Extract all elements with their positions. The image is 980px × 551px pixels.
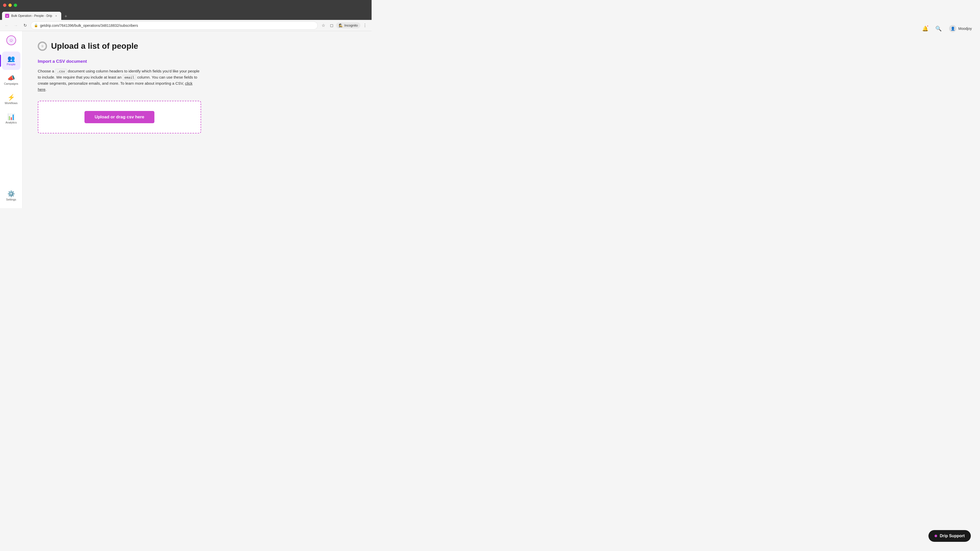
window-close-button[interactable] xyxy=(3,3,6,7)
forward-button[interactable]: → xyxy=(12,22,19,29)
drip-logo: ☺ xyxy=(5,34,18,46)
page-header: ① Upload a list of people xyxy=(38,41,356,51)
workflows-icon: ⚡ xyxy=(7,94,15,100)
svg-text:①: ① xyxy=(41,44,44,48)
new-tab-button[interactable]: + xyxy=(62,13,69,20)
sidebar-item-wrapper-campaigns: 📣 Campaigns xyxy=(0,71,22,89)
tab-close-button[interactable]: × xyxy=(54,14,58,18)
sidebar-item-workflows-label: Workflows xyxy=(5,102,18,105)
desc-before-csv: Choose a xyxy=(38,69,55,73)
campaigns-icon: 📣 xyxy=(7,75,15,81)
tab-bar: ● Bulk Operation - People - Drip × + xyxy=(0,10,372,20)
upload-button[interactable]: Upload or drag csv here xyxy=(84,111,155,123)
tab-favicon: ● xyxy=(5,14,9,18)
sidebar-item-wrapper-settings: ⚙️ Settings xyxy=(0,187,22,205)
main-content: 🔔 🔍 👤 Moodjoy ① Upload a list of people xyxy=(22,31,372,208)
upload-zone[interactable]: Upload or drag csv here xyxy=(38,101,201,133)
email-code: email xyxy=(123,75,136,80)
sidebar-item-campaigns-label: Campaigns xyxy=(4,82,18,85)
sidebar: ☺ 👥 People 📣 Campaigns ⚡ Workflows xyxy=(0,31,22,208)
window-minimize-button[interactable] xyxy=(8,3,12,7)
incognito-badge[interactable]: 🕵 Incognito xyxy=(336,22,360,28)
incognito-label: Incognito xyxy=(344,24,358,27)
sidebar-item-settings[interactable]: ⚙️ Settings xyxy=(2,187,21,205)
analytics-icon: 📊 xyxy=(7,114,15,120)
sidebar-item-wrapper-workflows: ⚡ Workflows xyxy=(0,90,22,109)
window-maximize-button[interactable] xyxy=(14,3,17,7)
title-bar xyxy=(0,0,372,10)
sidebar-item-wrapper-analytics: 📊 Analytics xyxy=(0,110,22,128)
section-title: Import a CSV document xyxy=(38,59,356,64)
sidebar-item-workflows[interactable]: ⚡ Workflows xyxy=(2,90,21,109)
navigation-bar: ← → ↻ 🔒 getdrip.com/7641396/bulk_operati… xyxy=(0,20,372,31)
sidebar-item-analytics[interactable]: 📊 Analytics xyxy=(2,110,21,128)
sidebar-item-people[interactable]: 👥 People xyxy=(2,52,21,70)
page-title: Upload a list of people xyxy=(51,41,138,51)
step-circle: ① xyxy=(38,41,47,51)
sidebar-item-analytics-label: Analytics xyxy=(5,121,17,124)
address-bar[interactable]: 🔒 getdrip.com/7641396/bulk_operations/34… xyxy=(30,21,318,30)
nav-actions: ☆ ◻ 🕵 Incognito ⋮ xyxy=(320,22,369,29)
more-options-button[interactable]: ⋮ xyxy=(361,22,369,29)
lock-icon: 🔒 xyxy=(34,24,38,27)
sidebar-item-settings-label: Settings xyxy=(6,198,16,201)
window-controls xyxy=(3,3,17,7)
profile-button[interactable]: ◻ xyxy=(328,22,335,29)
active-tab[interactable]: ● Bulk Operation - People - Drip × xyxy=(2,12,61,20)
bookmark-button[interactable]: ☆ xyxy=(320,22,327,29)
tab-title: Bulk Operation - People - Drip xyxy=(11,14,52,17)
csv-code: .csv xyxy=(55,68,67,74)
active-indicator xyxy=(0,55,1,67)
app-container: ☺ 👥 People 📣 Campaigns ⚡ Workflows xyxy=(0,31,372,208)
address-text: getdrip.com/7641396/bulk_operations/3481… xyxy=(40,24,314,27)
back-button[interactable]: ← xyxy=(3,22,10,29)
sidebar-item-people-label: People xyxy=(6,63,15,66)
refresh-button[interactable]: ↻ xyxy=(21,22,29,29)
settings-icon: ⚙️ xyxy=(7,191,15,197)
people-icon: 👥 xyxy=(7,56,15,62)
desc-period: . xyxy=(45,87,46,92)
svg-text:☺: ☺ xyxy=(9,38,13,43)
incognito-icon: 🕵 xyxy=(339,24,343,27)
description-text: Choose a .csv document using column head… xyxy=(38,68,201,93)
sidebar-item-campaigns[interactable]: 📣 Campaigns xyxy=(2,71,21,89)
sidebar-item-wrapper-people: 👥 People xyxy=(0,52,22,70)
